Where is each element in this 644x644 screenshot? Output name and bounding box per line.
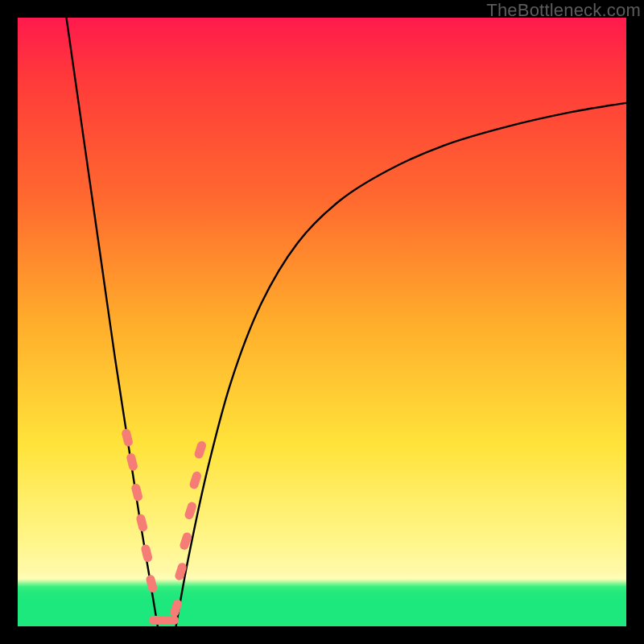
marker-point: [135, 513, 148, 532]
curve-right-curve: [176, 103, 626, 626]
curve-left-curve: [66, 18, 157, 626]
marker-point: [184, 501, 197, 520]
chart-svg: [18, 18, 626, 626]
curve-layer: [66, 18, 626, 626]
marker-point: [130, 483, 143, 502]
marker-point: [169, 598, 183, 617]
marker-point: [193, 440, 207, 460]
marker-point: [161, 616, 179, 625]
chart-frame: [18, 18, 626, 626]
marker-point: [145, 574, 158, 593]
marker-point: [140, 543, 153, 563]
marker-point: [121, 428, 134, 448]
marker-point: [188, 470, 202, 489]
watermark-text: TheBottleneck.com: [486, 0, 641, 21]
marker-point: [126, 452, 138, 472]
